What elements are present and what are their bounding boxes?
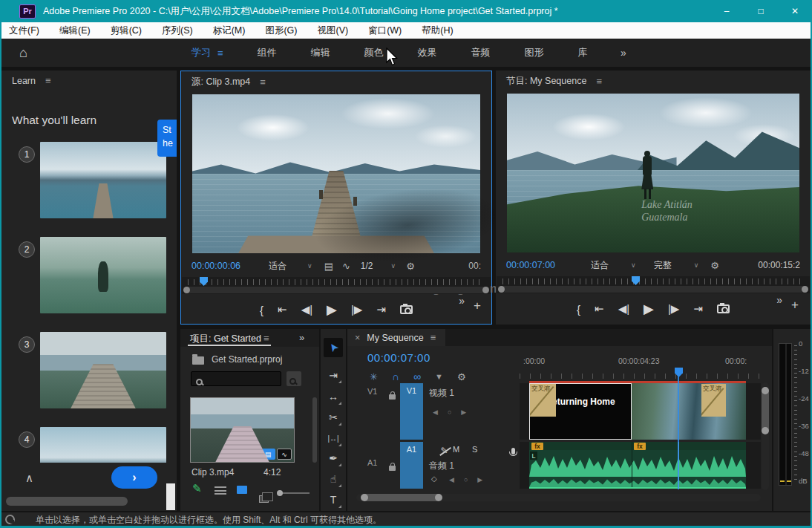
workspace-tab-libraries[interactable]: 库 <box>578 46 588 59</box>
chevron-down-icon[interactable]: ∨ <box>631 261 636 269</box>
selection-tool[interactable]: ➤ <box>324 338 343 357</box>
play-button[interactable]: ▶ <box>327 302 337 318</box>
workspace-tab-effects[interactable]: 效果 <box>418 46 437 59</box>
workspace-tab-color[interactable]: 颜色 <box>364 46 384 59</box>
learn-step-item[interactable]: 3 <box>1 332 177 420</box>
scroll-handle[interactable] <box>762 427 769 434</box>
timeline-settings-icon[interactable]: ⚙ <box>457 371 466 382</box>
voiceover-record-icon[interactable]: ✎ <box>440 446 448 456</box>
audio-clip[interactable]: fx fx L <box>529 442 746 489</box>
menu-item-edit[interactable]: 编辑(E) <box>59 25 91 37</box>
hand-tool[interactable]: ☝ <box>324 469 343 489</box>
cross-dissolve-transition[interactable]: 交叉溶 <box>530 384 556 417</box>
menu-item-clip[interactable]: 剪辑(C) <box>111 25 142 37</box>
timeline-vertical-scrollbar[interactable] <box>762 382 769 490</box>
project-file-name[interactable]: Get Started.prproj <box>212 354 282 365</box>
prev-keyframe-button[interactable]: ◀ <box>449 476 454 483</box>
track-lock-icon[interactable] <box>389 394 396 400</box>
scrollbar-thumb[interactable] <box>762 388 769 433</box>
linked-selection-icon[interactable]: ∞ <box>413 371 421 382</box>
menu-item-view[interactable]: 视图(V) <box>317 25 348 37</box>
microphone-icon[interactable] <box>511 448 515 454</box>
razor-tool[interactable]: ✂ <box>324 408 343 427</box>
time-ruler[interactable]: :00:00 00:00:04:23 00:00: <box>520 353 761 380</box>
mark-in-button[interactable]: { <box>577 303 580 316</box>
step-thumbnail[interactable] <box>40 142 166 218</box>
project-writable-icon[interactable]: ✎ <box>192 482 202 495</box>
audio-track-name[interactable]: 音频 1 <box>429 460 454 472</box>
step-thumbnail[interactable] <box>40 427 166 463</box>
go-to-out-button[interactable]: ⇥ <box>376 303 386 316</box>
program-zoom-scrollbar[interactable] <box>499 286 808 293</box>
panel-menu-icon[interactable]: ≡ <box>45 75 51 86</box>
step-forward-button[interactable]: |▶ <box>668 302 679 316</box>
learn-horizontal-scrollbar[interactable] <box>6 497 128 506</box>
menu-item-graphics[interactable]: 图形(G) <box>265 25 297 37</box>
menu-item-help[interactable]: 帮助(H) <box>422 25 453 37</box>
add-keyframe-button[interactable]: ○ <box>448 408 451 416</box>
list-view-button[interactable] <box>215 486 226 495</box>
menu-item-window[interactable]: 窗口(W) <box>368 25 402 37</box>
video-clip[interactable] <box>632 383 746 440</box>
home-button[interactable]: ⌂ <box>13 39 33 67</box>
timeline-horizontal-scrollbar[interactable] <box>356 494 761 501</box>
learn-step-item[interactable]: 2 <box>1 237 177 325</box>
zoom-handle-left[interactable] <box>498 286 505 293</box>
freeform-view-button[interactable] <box>259 495 269 503</box>
track-target-a1[interactable]: A1 <box>400 442 423 489</box>
search-input[interactable] <box>191 371 281 386</box>
project-vertical-scrollbar[interactable] <box>312 397 317 463</box>
source-patch-v1[interactable]: V1 <box>367 387 377 396</box>
zoom-handle-right[interactable] <box>482 287 489 293</box>
slider-knob[interactable] <box>277 490 283 496</box>
type-tool[interactable]: T <box>324 490 343 509</box>
zoom-level-select[interactable]: 适合 <box>591 259 609 272</box>
workspace-tab-assembly[interactable]: 组件 <box>258 46 277 59</box>
panel-overflow-button[interactable]: » <box>299 332 304 343</box>
settings-wrench-icon[interactable]: ⚙ <box>406 261 415 272</box>
learn-vertical-scrollbar[interactable] <box>166 483 175 510</box>
chevron-down-icon[interactable]: ∨ <box>694 261 699 269</box>
cross-dissolve-transition[interactable]: 交叉溶 <box>701 384 726 417</box>
source-zoom-scrollbar[interactable] <box>184 287 488 293</box>
export-frame-icon[interactable] <box>400 305 413 314</box>
add-keyframe-button[interactable]: ○ <box>464 476 468 483</box>
scroll-handle[interactable] <box>762 387 769 394</box>
title-bar[interactable]: Pr Adobe Premiere Pro 2020 - C:\用户\公用\公用… <box>0 0 812 22</box>
mark-in-button[interactable]: { <box>260 304 263 316</box>
learn-step-item[interactable]: 4 <box>1 427 177 463</box>
source-patch-a1[interactable]: A1 <box>367 458 377 467</box>
zoom-handle-right[interactable] <box>802 286 808 293</box>
zoom-handle-left[interactable] <box>183 287 190 293</box>
menu-item-marker[interactable]: 标记(M) <box>213 25 246 37</box>
scrollbar-thumb[interactable] <box>362 494 441 501</box>
transport-overflow-button[interactable]: » <box>776 294 782 306</box>
program-video-frame[interactable]: Lake Atitlán Guatemala <box>507 94 799 252</box>
zoom-level-select[interactable]: 适合 <box>269 260 287 273</box>
play-button[interactable]: ▶ <box>644 301 654 317</box>
go-to-in-button[interactable]: ⇤ <box>278 303 287 316</box>
track-target-v1[interactable]: V1 <box>400 383 423 440</box>
snap-magnet-icon[interactable]: ∩ <box>392 371 399 382</box>
new-search-bin-button[interactable] <box>287 371 301 386</box>
icon-view-button[interactable] <box>237 486 247 494</box>
go-to-in-button[interactable]: ⇤ <box>595 302 604 316</box>
prev-keyframe-button[interactable]: ◀ <box>433 408 438 416</box>
step-back-button[interactable]: ◀| <box>618 302 629 316</box>
source-timecode[interactable]: 00:00:00:06 <box>191 261 240 271</box>
add-marker-icon[interactable]: ▼ <box>435 372 443 381</box>
audio-track-lane[interactable]: fx fx L <box>520 442 761 489</box>
learn-step-item[interactable]: 1 <box>1 142 177 229</box>
slip-tool[interactable]: |↔| <box>324 428 343 448</box>
step-thumbnail[interactable] <box>40 237 166 313</box>
workspace-tab-graphics[interactable]: 图形 <box>525 46 544 59</box>
chevron-down-icon[interactable]: ∨ <box>307 262 312 270</box>
video-track-name[interactable]: 视频 1 <box>429 387 454 400</box>
go-to-out-button[interactable]: ⇥ <box>693 302 703 316</box>
video-badge-icon[interactable]: ▤ <box>261 449 275 460</box>
scroll-handle[interactable] <box>361 494 368 501</box>
step-forward-button[interactable]: |▶ <box>351 303 362 316</box>
workspace-overflow-button[interactable]: » <box>621 39 626 67</box>
track-lock-icon[interactable] <box>389 466 396 471</box>
drag-video-icon[interactable]: ▤ <box>324 261 333 272</box>
